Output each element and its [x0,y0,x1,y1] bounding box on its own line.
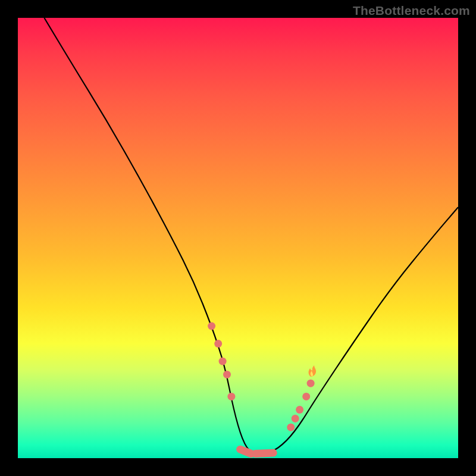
bottleneck-curve [44,18,458,454]
data-marker [214,340,222,347]
data-marker [292,415,299,422]
plot-area [18,18,458,458]
curve-markers [208,322,316,454]
data-capsule [240,449,252,453]
data-marker [287,424,295,431]
chart-frame: TheBottleneck.com [0,0,476,476]
data-marker [208,322,215,330]
data-marker [223,371,231,378]
watermark-text: TheBottleneck.com [353,4,470,18]
data-marker [296,406,303,414]
data-marker [307,380,315,387]
data-marker [302,393,310,400]
data-marker [219,358,227,365]
curve-svg [18,18,458,458]
data-marker [227,393,235,400]
data-capsule [256,453,274,453]
